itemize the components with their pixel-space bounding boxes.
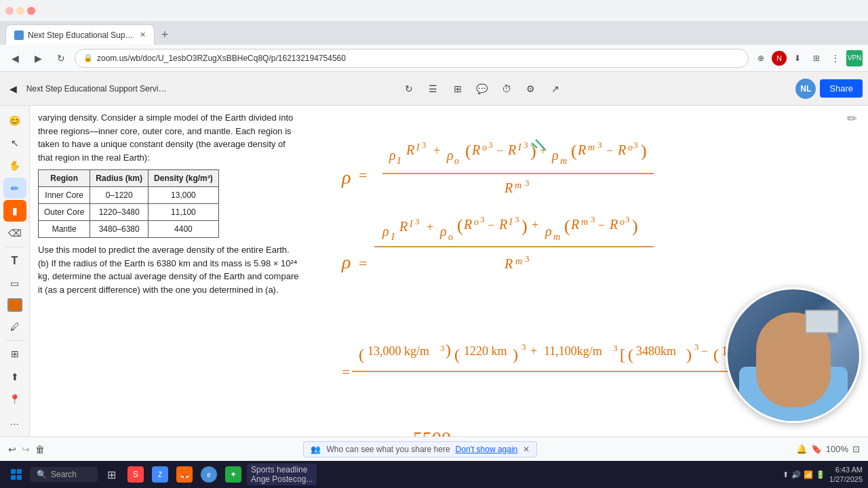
task-view-button[interactable]: ⊞ <box>100 464 122 485</box>
svg-text:ρ: ρ <box>545 224 552 239</box>
svg-text:m: m <box>553 232 560 242</box>
minimize-button[interactable] <box>5 7 14 15</box>
text-para1: varying density. Consider a simple model… <box>38 111 300 164</box>
zoom-export-icon[interactable]: ↗ <box>545 78 566 100</box>
svg-text:m: m <box>581 217 588 227</box>
more-tools[interactable]: … <box>3 411 26 432</box>
svg-text:3: 3 <box>625 214 630 224</box>
new-tab-button[interactable]: + <box>155 24 175 45</box>
settings-icon[interactable]: ⋮ <box>827 50 844 66</box>
zoom-menu-icon[interactable]: ☰ <box>422 78 444 100</box>
forward-button[interactable]: ▶ <box>28 49 47 68</box>
clock-time: 6:43 AM <box>829 465 863 474</box>
notification-icon[interactable]: 🔔 <box>796 444 807 454</box>
nav-right-icons: ⊕ N ⬇ ⊞ ⋮ VPN <box>753 50 863 66</box>
delete-button[interactable]: 🗑 <box>35 444 45 455</box>
pan-tool[interactable]: ✋ <box>3 155 26 176</box>
fit-screen-icon[interactable]: ⊡ <box>852 444 860 454</box>
row1-density: 13,000 <box>149 187 219 204</box>
info-banner: 👥 Who can see what you share here Don't … <box>303 441 537 458</box>
zoom-timer-icon[interactable]: ⏱ <box>496 78 517 100</box>
svg-text:(: ( <box>571 141 577 161</box>
webcam-video <box>728 289 859 421</box>
svg-text:3: 3 <box>480 214 485 224</box>
shapes-tool[interactable]: ▭ <box>3 272 26 293</box>
zoom-back-button[interactable]: ◀ <box>5 80 21 98</box>
address-bar[interactable]: 🔒 zoom.us/wb/doc/U_1esbO3RZugXsBBHeCq8Q/… <box>75 49 749 68</box>
text-para2: Use this model to predict the average de… <box>38 243 300 296</box>
highlighter-tool[interactable]: ▮ <box>3 200 26 221</box>
zoom-refresh-icon[interactable]: ↻ <box>398 78 420 100</box>
svg-text:m: m <box>588 142 595 152</box>
taskbar-app-5[interactable]: ✦ <box>222 464 244 485</box>
pen-tool[interactable]: ✏ <box>3 178 26 199</box>
taskbar-app-3[interactable]: 🦊 <box>174 464 195 485</box>
zoom-toolbar-right: NL Share <box>795 79 863 99</box>
zoom-layout-icon[interactable]: ⊞ <box>447 78 469 100</box>
tab-close-icon[interactable]: ✕ <box>140 30 146 39</box>
dont-show-link[interactable]: Don't show again <box>456 445 518 454</box>
sidebar-icon[interactable]: ⊞ <box>808 50 825 66</box>
maximize-button[interactable] <box>16 7 24 15</box>
browser-frame: Next Step Educational Suppor... ✕ + ◀ ▶ … <box>0 0 868 488</box>
refresh-button[interactable]: ↻ <box>52 49 71 68</box>
tray-icon-battery[interactable]: 🔋 <box>816 470 825 479</box>
eyedropper-tool[interactable]: 🖊 <box>3 316 26 337</box>
undo-button[interactable]: ↩ <box>8 444 16 455</box>
svg-text:=: = <box>342 363 350 380</box>
text-tool[interactable]: T <box>3 250 26 271</box>
svg-text:3: 3 <box>525 253 530 264</box>
location-tool[interactable]: 📍 <box>3 388 26 409</box>
taskbar-search[interactable]: 🔍 Search <box>30 467 98 482</box>
bookmark-icon[interactable]: 🔖 <box>811 444 822 454</box>
close-button[interactable] <box>27 7 35 15</box>
col-header-radius: Radius (km) <box>90 170 149 187</box>
taskbar-app-1[interactable]: S <box>125 464 146 485</box>
download-icon[interactable]: ⬇ <box>789 50 806 66</box>
canvas-area[interactable]: varying density. Consider a simple model… <box>30 106 868 436</box>
table-row: Outer Core 1220–3480 11,100 <box>39 204 219 221</box>
svg-text:3: 3 <box>525 178 530 188</box>
tray-icon-2[interactable]: 🔊 <box>791 470 801 479</box>
zoom-chat-icon[interactable]: 💬 <box>471 78 493 100</box>
svg-text:5500,: 5500, <box>413 428 456 436</box>
redo-button[interactable]: ↪ <box>22 444 30 455</box>
active-tab[interactable]: Next Step Educational Suppor... ✕ <box>5 24 155 45</box>
tray-icon-3[interactable]: 📶 <box>804 470 813 479</box>
row1-radius: 0–1220 <box>90 187 149 204</box>
taskbar-app-4[interactable]: e <box>198 464 220 485</box>
banner-close-icon[interactable]: ✕ <box>523 445 530 454</box>
svg-text:ρ: ρ <box>551 148 559 163</box>
tray-icon-1[interactable]: ⬆ <box>783 470 789 479</box>
pointer-tool[interactable]: ↖ <box>3 132 26 153</box>
svg-text:ρ: ρ <box>439 224 447 239</box>
main-area: 😊 ↖ ✋ ✏ ▮ ⌫ T ▭ 🖊 ⊞ ⬆ 📍 … varying densit… <box>0 106 868 436</box>
extensions-icon[interactable]: ⊕ <box>753 50 769 66</box>
start-button[interactable] <box>5 464 27 485</box>
zoom-level[interactable]: 100% <box>826 444 848 454</box>
svg-text:I: I <box>409 219 414 229</box>
svg-text:+: + <box>427 220 433 234</box>
taskbar: 🔍 Search ⊞ S Z 🦊 e ✦ Sports headlineAnge… <box>0 461 868 488</box>
taskbar-app-2[interactable]: Z <box>149 464 171 485</box>
eraser-tool[interactable]: ⌫ <box>3 223 26 244</box>
smiley-tool[interactable]: 😊 <box>3 110 26 131</box>
color-swatch[interactable] <box>7 298 22 312</box>
zoom-format-icon[interactable]: ⚙ <box>520 78 542 100</box>
svg-text:−: − <box>496 144 503 157</box>
svg-text:+: + <box>530 344 537 358</box>
table-tool[interactable]: ⊞ <box>3 344 26 365</box>
svg-text:−: − <box>606 144 613 157</box>
svg-text:=: = <box>389 431 397 436</box>
svg-text:3: 3 <box>524 140 528 150</box>
edit-icon[interactable]: ✏ <box>847 111 857 126</box>
svg-text:11,100kg/m: 11,100kg/m <box>544 344 602 358</box>
info-text: Who can see what you share here <box>326 445 450 454</box>
taskbar-clock[interactable]: 6:43 AM 1/27/2025 <box>829 465 863 485</box>
upload-tool[interactable]: ⬆ <box>3 366 26 387</box>
profile-icon[interactable]: N <box>772 51 787 66</box>
share-button[interactable]: Share <box>820 79 863 98</box>
vpn-icon[interactable]: VPN <box>846 50 863 66</box>
back-button[interactable]: ◀ <box>5 49 24 68</box>
app4-icon: e <box>201 466 217 483</box>
